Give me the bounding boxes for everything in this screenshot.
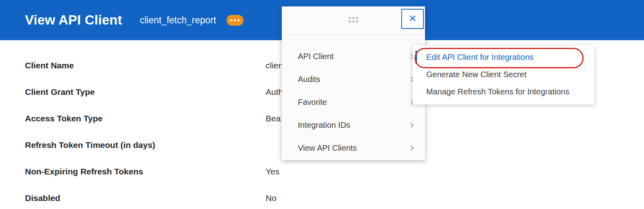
field-label: Access Token Type <box>25 114 266 123</box>
chevron-right-icon <box>409 123 414 128</box>
detail-row: Disabled No <box>25 185 644 209</box>
menu-item-audits[interactable]: Audits <box>282 68 425 91</box>
field-value: Yes <box>266 167 279 176</box>
menu-item-integration-ids[interactable]: Integration IDs <box>282 114 425 137</box>
close-button[interactable]: × <box>401 9 424 29</box>
menu-item-label: API Client <box>298 52 334 61</box>
field-value: No <box>266 193 277 203</box>
api-client-submenu: Edit API Client for Integrations Generat… <box>413 45 594 104</box>
page-title: View API Client <box>25 12 122 28</box>
submenu-item-label: Generate New Client Secret <box>426 70 526 79</box>
field-label: Non-Expiring Refresh Tokens <box>25 167 266 176</box>
field-label: Disabled <box>25 193 266 203</box>
drag-handle-icon[interactable] <box>349 17 358 23</box>
chevron-right-icon <box>409 145 414 151</box>
popup-divider <box>282 35 425 35</box>
menu-item-label: View API Clients <box>298 143 357 153</box>
object-name: client_fetch_report <box>140 15 216 26</box>
ellipsis-icon <box>230 19 232 21</box>
submenu-item-generate-new-client-secret[interactable]: Generate New Client Secret <box>413 66 594 83</box>
menu-item-label: Integration IDs <box>298 121 350 130</box>
related-actions-button[interactable] <box>227 15 244 26</box>
related-actions-menu: × API Client Audits Favorite Integration… <box>282 6 425 160</box>
menu-item-api-client[interactable]: API Client <box>282 45 425 68</box>
menu-item-label: Favorite <box>298 98 327 107</box>
field-value: Bea <box>266 114 281 123</box>
menu-item-label: Audits <box>298 75 320 84</box>
close-icon: × <box>409 12 417 25</box>
field-label: Refresh Token Timeout (in days) <box>25 140 266 150</box>
field-label: Client Name <box>25 61 266 70</box>
actions-menu-list: API Client Audits Favorite Integration I… <box>282 45 425 160</box>
menu-item-favorite[interactable]: Favorite <box>282 91 425 114</box>
detail-row: Non-Expiring Refresh Tokens Yes <box>25 158 644 185</box>
menu-item-view-api-clients[interactable]: View API Clients <box>282 137 425 160</box>
submenu-item-edit-api-client-for-integrations[interactable]: Edit API Client for Integrations <box>413 49 594 66</box>
selection-indicator <box>415 51 417 64</box>
submenu-item-label: Edit API Client for Integrations <box>426 53 534 62</box>
field-label: Client Grant Type <box>25 87 266 97</box>
submenu-item-manage-refresh-tokens[interactable]: Manage Refresh Tokens for Integrations <box>413 83 594 100</box>
field-value: Auth <box>266 87 283 97</box>
submenu-item-label: Manage Refresh Tokens for Integrations <box>426 87 569 96</box>
